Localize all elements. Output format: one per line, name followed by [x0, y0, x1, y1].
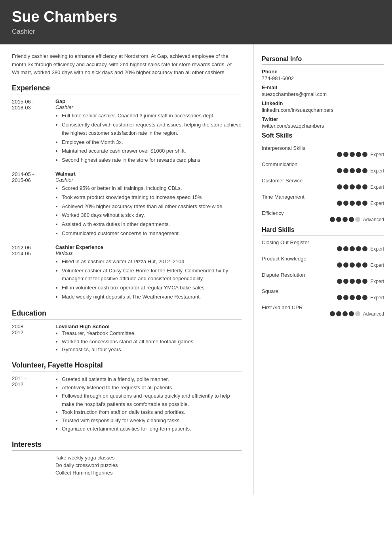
skill-dots-product-knowledge: Expert — [262, 262, 384, 268]
skill-dots-interpersonal: Expert — [262, 152, 384, 157]
skill-communication: Communication Expert — [262, 161, 384, 174]
exp-bullets-gap: Full-time senior cashier. Coached 3 juni… — [55, 112, 242, 165]
dot — [343, 246, 348, 251]
list-item: Trusted with responsibility for weekly c… — [62, 417, 242, 425]
hard-skills-title: Hard Skills — [262, 226, 384, 235]
interest-entry-1: Do daily crossword puzzles — [12, 462, 242, 468]
personal-info-title: Personal Info — [262, 56, 384, 65]
experience-title: Experience — [12, 84, 242, 94]
dot — [362, 279, 367, 284]
list-item: Greeted all patients in a friendly, poli… — [62, 375, 242, 384]
linkedin-label: LinkedIn — [262, 100, 384, 106]
skill-closing-register: Closing Out Register Expert — [262, 239, 384, 252]
skill-name-interpersonal: Interpersonal Skills — [262, 145, 384, 151]
skill-dots-time-management: Expert — [262, 201, 384, 206]
skill-level-square: Expert — [370, 295, 384, 300]
exp-details-cashier: Cashier Experience Various Filled in as … — [55, 244, 242, 302]
list-item: Took extra product knowledge training to… — [62, 193, 242, 202]
list-item: Consistently deal with customer requests… — [62, 121, 242, 138]
dot — [350, 246, 355, 251]
skill-level-time-management: Expert — [370, 201, 384, 206]
dot — [343, 184, 348, 189]
list-item: Maintained accurate cash drawer over $10… — [62, 147, 242, 155]
twitter-label: Twitter — [262, 116, 384, 122]
list-item: Scored 95% or better in all trainings, i… — [62, 184, 242, 193]
list-item: Full-time senior cashier. Coached 3 juni… — [62, 112, 242, 120]
list-item: Organized entertainment activities for l… — [62, 425, 242, 433]
dot — [337, 184, 342, 189]
skill-dots-square: Expert — [262, 295, 384, 300]
dot — [355, 217, 360, 222]
edu-entry-loveland: 2008 - 2012 Loveland High School Treasur… — [12, 323, 242, 354]
dot — [336, 217, 341, 222]
dot — [350, 262, 355, 268]
skill-name-customer-service: Customer Service — [262, 178, 384, 184]
interest-item-1: Do daily crossword puzzles — [55, 462, 118, 468]
dot — [362, 184, 367, 189]
dot — [349, 311, 354, 316]
skill-level-efficiency: Advanced — [363, 217, 384, 222]
right-column: Personal Info Phone 774-981-6002 E-mail … — [253, 44, 392, 495]
skill-product-knowledge: Product Knowledge Expert — [262, 256, 384, 268]
exp-company-cashier: Cashier Experience — [55, 244, 242, 250]
dot — [350, 295, 355, 300]
dot — [356, 295, 361, 300]
exp-entry-cashier: 2012-06 - 2014-05 Cashier Experience Var… — [12, 244, 242, 302]
resume-header: Sue Chambers Cashier — [0, 0, 392, 44]
dot — [350, 201, 355, 206]
interests-section: Interests Take weekly yoga classes Do da… — [12, 440, 242, 476]
exp-role-gap: Cashier — [55, 104, 242, 110]
exp-dates-gap: 2015-06 - 2018-03 — [12, 98, 55, 165]
dot — [355, 311, 360, 316]
skill-dots-communication: Expert — [262, 168, 384, 174]
dot — [356, 201, 361, 206]
skill-level-first-aid: Advanced — [363, 311, 384, 317]
dot — [330, 217, 335, 222]
dot — [356, 279, 361, 284]
list-item: Volunteer cashier at Daisy Care Home for… — [62, 267, 242, 283]
skill-name-closing-register: Closing Out Register — [262, 239, 384, 245]
dot — [356, 168, 361, 173]
skill-dots-dispute-resolution: Expert — [262, 279, 384, 284]
list-item: Made weekly night deposits at The Weathe… — [62, 293, 242, 301]
list-item: Achieved 20% higher accuracy rates than … — [62, 203, 242, 211]
dot — [337, 246, 342, 251]
skill-dots-efficiency: Advanced — [262, 217, 384, 222]
skill-time-management: Time Management Expert — [262, 194, 384, 206]
vol-entry-fayette: 2011 - 2012 Greeted all patients in a fr… — [12, 375, 242, 433]
education-title: Education — [12, 309, 242, 320]
vol-details-fayette: Greeted all patients in a friendly, poli… — [55, 375, 242, 433]
twitter-value: twitter.com/suezqchambers — [262, 123, 384, 129]
linkedin-value: linkedin.com/in/suezqchambers — [262, 107, 384, 113]
dot — [343, 217, 348, 222]
exp-company-gap: Gap — [55, 98, 242, 104]
dot — [336, 311, 341, 316]
list-item: Followed through on questions and reques… — [62, 392, 242, 409]
skill-level-communication: Expert — [370, 168, 384, 174]
soft-skills-section: Soft Skills Interpersonal Skills Expert … — [262, 132, 384, 222]
personal-info-section: Personal Info Phone 774-981-6002 E-mail … — [262, 56, 384, 129]
interests-title: Interests — [12, 440, 242, 451]
dot — [337, 152, 342, 157]
skill-customer-service: Customer Service Expert — [262, 178, 384, 190]
list-item: Filled in as cashier as waiter at Pizza … — [62, 258, 242, 266]
volunteer-title: Volunteer, Fayette Hospital — [12, 361, 242, 371]
list-item: Gymnastics, all four years. — [62, 346, 242, 354]
skill-level-dispute-resolution: Expert — [370, 279, 384, 284]
dot — [362, 295, 367, 300]
candidate-title: Cashier — [12, 28, 380, 36]
exp-entry-gap: 2015-06 - 2018-03 Gap Cashier Full-time … — [12, 98, 242, 165]
candidate-name: Sue Chambers — [12, 9, 380, 25]
dot — [356, 152, 361, 157]
skill-dispute-resolution: Dispute Resolution Expert — [262, 272, 384, 284]
skill-name-time-management: Time Management — [262, 194, 384, 200]
skill-dots-first-aid: Advanced — [262, 311, 384, 317]
vol-bullets-fayette: Greeted all patients in a friendly, poli… — [55, 375, 242, 433]
exp-dates-walmart: 2014-05 - 2015-06 — [12, 171, 55, 239]
dot — [343, 201, 348, 206]
dot — [356, 246, 361, 251]
list-item: Fill-in volunteer cash box operator at r… — [62, 284, 242, 292]
exp-bullets-cashier: Filled in as cashier as waiter at Pizza … — [55, 258, 242, 301]
exp-company-walmart: Walmart — [55, 171, 242, 177]
dot — [350, 152, 355, 157]
